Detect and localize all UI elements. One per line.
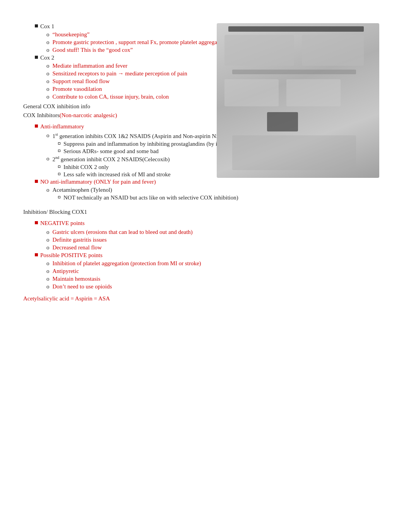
cox1-housekeeping: “housekeeping”: [53, 31, 90, 38]
inhibition-header: Inhibition/ Blocking COX1: [23, 209, 372, 215]
gen2-inhibit: Inhibit COX 2 only: [63, 164, 109, 170]
no-anti-label: NO anti-inflammatory (ONLY for pain and …: [40, 179, 156, 185]
gen1-bullet2: [58, 150, 60, 152]
neg-sub3: o Decreased renal flow: [23, 244, 372, 251]
acetaminophen-note: NOT technically an NSAID but acts like o…: [63, 194, 238, 201]
pos-sub4: o Don’t need to use opioids: [23, 283, 372, 290]
cox1-goodstuff: Good stuff! This is the “good cox”: [53, 47, 133, 53]
acetaminophen-item: o Acetaminophen (Tylenol): [23, 187, 372, 193]
cox2-mediate: Mediate inflammation and fever: [53, 63, 128, 69]
pos-inhibition: Inhibition of platelet aggregation (prot…: [53, 260, 201, 266]
gen1-adrs: Serious ADRs- some good and some bad: [63, 148, 159, 154]
gen2-number: 2nd generation inhibit COX 2 NSAIDS(Cele…: [53, 156, 170, 162]
gen2-bullet1: [58, 165, 60, 168]
gen2-bullet2: [58, 173, 60, 175]
cox2-renal: Support renal flood flow: [53, 78, 110, 84]
acetaminophen-text: Acetaminophen (Tylenol): [53, 187, 112, 193]
pos-sub3: o Maintain hemostasis: [23, 276, 372, 282]
acet-bullet: [58, 196, 60, 198]
cox2-label: Cox 2: [40, 55, 54, 61]
pos-hemostasis: Maintain hemostasis: [53, 276, 101, 282]
diagram-image: [217, 23, 379, 178]
cox2-colon: Contribute to colon CA, tissue injury, b…: [53, 94, 169, 100]
bullet-anti-inflammatory: [35, 124, 38, 128]
pos-antipyretic: Antipyretic: [53, 268, 79, 274]
gen2-safe: Less safe with increased risk of MI and …: [63, 171, 171, 177]
bullet-cox1: [35, 24, 38, 27]
footer-text: Acetylsalicylic acid = Aspirin = ASA: [23, 295, 372, 302]
neg-sub1: o Gastric ulcers (erosions that can lead…: [23, 229, 372, 235]
cox1-promote: Promote gastric protection , support ren…: [53, 39, 226, 45]
acetaminophen-sub1: NOT technically an NSAID but acts like o…: [23, 194, 372, 201]
no-anti-inflammatory-item: NO anti-inflammatory (ONLY for pain and …: [23, 179, 372, 185]
bullet-negative: [35, 221, 38, 224]
cox2-vasodilation: Promote vasodilation: [53, 86, 102, 92]
negative-label: NEGATIVE points: [40, 220, 85, 226]
gen2-sup: nd: [55, 155, 59, 160]
cox1-label: Cox 1: [40, 23, 54, 29]
bullet-no-anti: [35, 180, 38, 183]
gen1-bullet1: [58, 142, 60, 145]
anti-inflammatory-label: Anti-inflammatory: [40, 123, 84, 130]
gen1-sup: st: [55, 132, 58, 136]
cox2-sensitized: Sensitized receptors to pain → mediate p…: [53, 70, 187, 77]
bullet-cox2: [35, 56, 38, 59]
neg-gastritis: Definite gastritis issues: [53, 237, 107, 243]
negative-points-item: NEGATIVE points: [23, 220, 372, 227]
pos-opioids: Don’t need to use opioids: [53, 283, 112, 290]
pos-sub2: o Antipyretic: [23, 268, 372, 275]
neg-renal: Decreased renal flow: [53, 244, 102, 251]
cox-inhibitors-paren: (Non-narcotic analgesic): [60, 112, 117, 118]
bullet-positive: [35, 253, 38, 256]
neg-gastric: Gastric ulcers (erosions that can lead t…: [53, 229, 193, 235]
positive-label: Possible POSITIVE points: [40, 252, 103, 258]
positive-points-item: Possible POSITIVE points: [23, 252, 372, 259]
page-content: Cox 1 o “housekeeping” o Promote gastric…: [23, 23, 372, 302]
neg-sub2: o Definite gastritis issues: [23, 237, 372, 243]
pos-sub1: o Inhibition of platelet aggregation (pr…: [23, 260, 372, 267]
